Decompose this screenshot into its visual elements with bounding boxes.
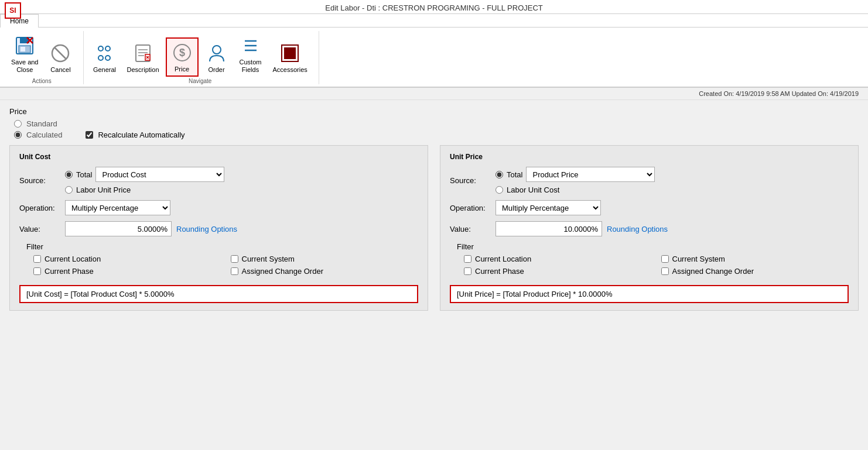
general-button[interactable]: General — [88, 39, 120, 77]
save-close-button[interactable]: Save andClose — [7, 31, 42, 77]
unit-cost-change-order-label: Assigned Change Order — [242, 267, 323, 276]
unit-price-rounding-link[interactable]: Rounding Options — [607, 225, 668, 233]
unit-price-source-radios: Total Product Price Labor Unit Cost — [495, 167, 655, 194]
calculated-label: Calculated — [26, 130, 62, 139]
unit-cost-system-checkbox[interactable] — [231, 255, 238, 263]
unit-cost-rounding-link[interactable]: Rounding Options — [176, 225, 237, 233]
info-bar: Created On: 4/19/2019 9:58 AM Updated On… — [0, 88, 868, 100]
cancel-icon — [49, 42, 72, 65]
unit-cost-labor-label: Labor Unit Price — [76, 186, 131, 194]
ribbon-buttons-actions: Save andClose Cancel — [7, 31, 76, 77]
general-label: General — [93, 66, 116, 74]
unit-price-system-label: Current System — [672, 255, 725, 263]
custom-fields-button[interactable]: CustomFields — [235, 31, 266, 77]
general-icon — [93, 42, 116, 65]
description-button[interactable]: Description — [122, 39, 163, 77]
unit-cost-source-radios: Total Product Cost Labor Unit Price — [65, 167, 224, 194]
unit-cost-filter-phase: Current Phase — [33, 267, 221, 276]
unit-price-phase-label: Current Phase — [475, 267, 524, 276]
price-title: Price — [9, 107, 859, 116]
unit-cost-total-dropdown[interactable]: Product Cost — [95, 167, 224, 182]
unit-cost-total-option: Total Product Cost — [65, 167, 224, 182]
unit-cost-labor-radio[interactable] — [65, 186, 73, 194]
unit-price-box: Unit Price Source: Total Product Price — [440, 145, 859, 311]
unit-cost-filter-system: Current System — [231, 255, 419, 263]
accessories-button[interactable]: Accessories — [269, 39, 312, 77]
unit-price-formula: [Unit Price] = [Total Product Price] * 1… — [450, 285, 849, 303]
unit-cost-change-order-checkbox[interactable] — [231, 267, 238, 275]
ribbon-content: Save andClose Cancel Actions — [0, 28, 868, 87]
unit-price-phase-checkbox[interactable] — [464, 267, 471, 275]
order-icon — [205, 42, 228, 65]
unit-cost-filter-location: Current Location — [33, 255, 221, 263]
title-bar: SI Edit Labor - Dti : CRESTRON PROGRAMIN… — [0, 0, 868, 14]
recalc-row: Recalculate Automatically — [86, 130, 184, 139]
description-icon — [131, 42, 155, 65]
app-logo: SI — [5, 2, 21, 19]
unit-price-title: Unit Price — [450, 153, 849, 161]
unit-cost-phase-checkbox[interactable] — [33, 267, 41, 275]
unit-price-filter-system: Current System — [661, 255, 849, 263]
unit-cost-phase-label: Current Phase — [45, 267, 94, 276]
unit-cost-total-label: Total — [76, 170, 92, 179]
actions-group-label: Actions — [32, 78, 52, 84]
svg-line-7 — [54, 47, 66, 59]
ribbon-tabs: Home — [0, 14, 868, 28]
price-label: Price — [175, 66, 189, 73]
unit-cost-formula: [Unit Cost] = [Total Product Cost] * 5.0… — [19, 285, 418, 303]
ribbon: Home — [0, 14, 868, 88]
accessories-icon — [278, 42, 302, 65]
unit-cost-operation-row: Operation: Multiply Percentage — [19, 200, 418, 215]
calculated-radio[interactable] — [14, 131, 22, 139]
svg-text:$: $ — [179, 47, 185, 59]
order-button[interactable]: Order — [201, 39, 233, 77]
price-button[interactable]: $ Price — [166, 37, 199, 77]
unit-cost-value-input[interactable] — [65, 221, 172, 236]
price-section: Price Standard Calculated Recalculate Au… — [0, 100, 868, 320]
unit-price-total-option: Total Product Price — [495, 167, 655, 182]
window-title: Edit Labor - Dti : CRESTRON PROGRAMING -… — [325, 4, 543, 12]
standard-label: Standard — [26, 119, 57, 128]
unit-price-total-radio[interactable] — [495, 171, 503, 178]
unit-price-operation-dropdown[interactable]: Multiply Percentage — [495, 200, 601, 215]
two-col-layout: Unit Cost Source: Total Product Cost — [9, 145, 859, 311]
unit-price-source-row: Source: Total Product Price Labor Unit C… — [450, 167, 849, 194]
cancel-button[interactable]: Cancel — [45, 39, 76, 77]
info-bar-text: Created On: 4/19/2019 9:58 AM Updated On… — [699, 90, 859, 97]
svg-point-8 — [98, 46, 103, 51]
svg-point-21 — [213, 46, 221, 54]
unit-cost-filter-title: Filter — [26, 242, 418, 251]
recalculate-checkbox[interactable] — [86, 131, 93, 139]
unit-price-location-label: Current Location — [475, 255, 531, 263]
svg-rect-3 — [20, 47, 25, 51]
unit-cost-filter: Filter Current Location Current System — [19, 242, 418, 276]
accessories-label: Accessories — [273, 66, 307, 74]
unit-cost-value-row: Value: Rounding Options — [19, 221, 418, 236]
unit-price-filter: Filter Current Location Current System — [450, 242, 849, 276]
unit-price-labor-option: Labor Unit Cost — [495, 186, 655, 194]
unit-price-operation-label: Operation: — [450, 204, 491, 212]
unit-price-labor-radio[interactable] — [495, 186, 503, 194]
order-label: Order — [208, 66, 224, 74]
unit-price-location-checkbox[interactable] — [464, 255, 471, 263]
unit-cost-value-label: Value: — [19, 225, 60, 233]
unit-cost-source-label: Source: — [19, 176, 60, 185]
unit-cost-filter-grid: Current Location Current System Current … — [33, 255, 418, 276]
unit-cost-box: Unit Cost Source: Total Product Cost — [9, 145, 428, 311]
unit-cost-location-checkbox[interactable] — [33, 255, 41, 263]
unit-cost-title: Unit Cost — [19, 153, 418, 161]
svg-point-10 — [98, 56, 103, 60]
unit-cost-system-label: Current System — [242, 255, 295, 263]
ribbon-group-actions: Save andClose Cancel Actions — [5, 31, 84, 84]
unit-price-total-dropdown[interactable]: Product Price — [526, 167, 655, 182]
recalculate-label: Recalculate Automatically — [98, 130, 184, 139]
calculated-row: Calculated — [14, 130, 62, 139]
custom-fields-icon — [239, 34, 262, 57]
svg-point-11 — [105, 56, 110, 60]
unit-price-change-order-checkbox[interactable] — [661, 267, 669, 275]
unit-cost-total-radio[interactable] — [65, 171, 73, 178]
unit-price-system-checkbox[interactable] — [661, 255, 669, 263]
unit-cost-operation-dropdown[interactable]: Multiply Percentage — [65, 200, 170, 215]
standard-radio[interactable] — [14, 120, 22, 128]
unit-price-value-input[interactable] — [495, 221, 602, 236]
